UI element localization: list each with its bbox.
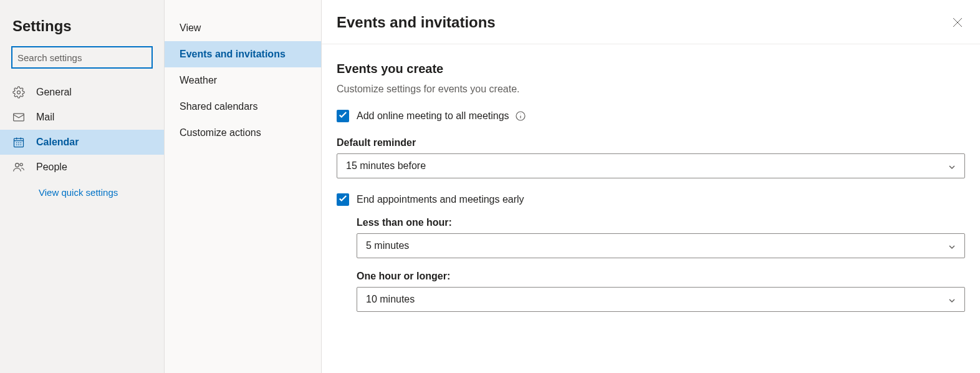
chevron-down-icon: [948, 242, 956, 249]
section-subtitle: Customize settings for events you create…: [337, 84, 965, 95]
nav-item-label: Calendar: [36, 137, 79, 148]
add-online-meeting-row: Add online meeting to all meetings: [337, 110, 965, 122]
search-input[interactable]: [17, 52, 147, 63]
chevron-down-icon: [948, 162, 956, 170]
hour-or-longer-select[interactable]: 10 minutes: [357, 287, 965, 312]
view-quick-settings-link[interactable]: View quick settings: [0, 180, 164, 205]
checkmark-icon: [339, 110, 347, 122]
main-body: Events you create Customize settings for…: [322, 44, 980, 342]
page-title: Events and invitations: [337, 14, 496, 31]
less-than-hour-value: 5 minutes: [366, 240, 409, 251]
calendar-icon: [12, 136, 25, 148]
settings-title: Settings: [0, 11, 164, 46]
subnav-item-shared-calendars[interactable]: Shared calendars: [165, 94, 321, 120]
subnav-item-weather[interactable]: Weather: [165, 67, 321, 94]
subnav-item-customize-actions[interactable]: Customize actions: [165, 120, 321, 146]
less-than-hour-select[interactable]: 5 minutes: [357, 233, 965, 258]
end-early-checkbox[interactable]: [337, 193, 349, 206]
less-than-hour-field: Less than one hour: 5 minutes: [357, 217, 965, 258]
search-box[interactable]: [11, 46, 153, 69]
nav-item-general[interactable]: General: [0, 80, 164, 105]
checkmark-icon: [339, 194, 347, 205]
nav-item-mail[interactable]: Mail: [0, 105, 164, 130]
default-reminder-field: Default reminder 15 minutes before: [337, 137, 965, 178]
default-reminder-label: Default reminder: [337, 137, 965, 148]
nav-item-calendar[interactable]: Calendar: [0, 130, 164, 155]
close-button[interactable]: [950, 15, 965, 30]
close-icon: [953, 19, 963, 29]
settings-nav-list: General Mail Calendar People: [0, 80, 164, 180]
default-reminder-select[interactable]: 15 minutes before: [337, 153, 965, 178]
mail-icon: [12, 111, 25, 124]
info-icon[interactable]: [516, 111, 526, 121]
less-than-hour-label: Less than one hour:: [357, 217, 965, 228]
add-online-meeting-checkbox[interactable]: [337, 110, 349, 122]
nav-item-label: People: [36, 162, 67, 173]
end-early-label: End appointments and meetings early: [357, 194, 524, 205]
hour-or-longer-value: 10 minutes: [366, 294, 415, 305]
nav-item-people[interactable]: People: [0, 155, 164, 180]
end-early-options: Less than one hour: 5 minutes One hour o…: [357, 217, 965, 312]
calendar-subnav: View Events and invitations Weather Shar…: [165, 0, 322, 373]
main-content: Events and invitations Events you create…: [322, 0, 980, 373]
main-header: Events and invitations: [322, 0, 980, 44]
subnav-item-events-invitations[interactable]: Events and invitations: [165, 41, 321, 67]
add-online-meeting-label: Add online meeting to all meetings: [357, 110, 509, 122]
end-early-row: End appointments and meetings early: [337, 193, 965, 206]
people-icon: [12, 161, 25, 173]
default-reminder-value: 15 minutes before: [346, 160, 426, 172]
section-title: Events you create: [337, 62, 965, 76]
gear-icon: [12, 86, 25, 99]
subnav-item-view[interactable]: View: [165, 15, 321, 41]
svg-point-4: [20, 163, 22, 166]
nav-item-label: General: [36, 87, 72, 98]
hour-or-longer-field: One hour or longer: 10 minutes: [357, 271, 965, 312]
nav-item-label: Mail: [36, 112, 54, 123]
svg-point-3: [16, 163, 19, 167]
hour-or-longer-label: One hour or longer:: [357, 271, 965, 282]
svg-rect-1: [14, 114, 24, 121]
chevron-down-icon: [948, 296, 956, 303]
svg-point-0: [17, 91, 21, 94]
settings-sidebar: Settings General Mail Calendar Peop: [0, 0, 165, 373]
